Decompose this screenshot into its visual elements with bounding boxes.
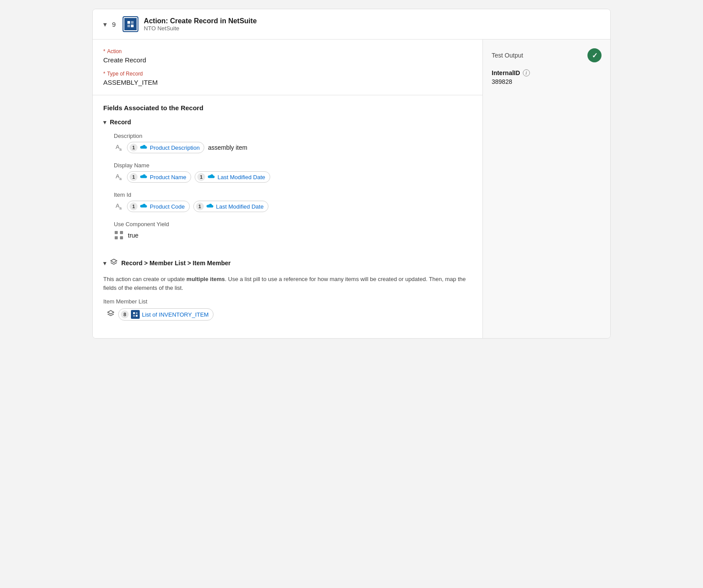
member-chevron-icon: ▾ (103, 260, 106, 267)
svg-rect-4 (131, 25, 134, 27)
member-collapse-button[interactable]: ▾ Record > Member List > Item Member (103, 258, 231, 268)
component-yield-field-row: Use Component Yield true (103, 221, 472, 241)
product-description-pill[interactable]: 1 Product Description (127, 142, 204, 153)
pill-number-4: 1 (130, 202, 138, 210)
collapse-button[interactable]: ▾ (103, 20, 107, 29)
member-group-label: Record > Member List > Item Member (121, 260, 231, 267)
last-modified-date-pill-1[interactable]: 1 Last Modified Date (195, 171, 270, 183)
bool-type-icon (114, 230, 124, 241)
action-label: Action (103, 48, 472, 54)
member-list-section: ▾ Record > Member List > Item Member Thi… (93, 258, 482, 338)
netsuite-logo-inner (124, 18, 137, 30)
product-name-pill[interactable]: 1 Product Name (127, 171, 191, 183)
pill-number-5: 1 (196, 202, 204, 210)
salesforce-cloud-icon-2 (139, 174, 148, 180)
pill-number-3: 1 (197, 173, 205, 181)
fields-section: Fields Associated to the Record ▾ Record… (93, 95, 482, 258)
component-yield-label: Use Component Yield (114, 221, 472, 227)
salesforce-cloud-icon (139, 144, 148, 151)
text-type-icon-2: Aa (114, 172, 123, 182)
internal-id-label: InternalID (492, 69, 520, 76)
record-chevron-icon: ▾ (103, 119, 106, 126)
description-field-row: Description Aa 1 (103, 133, 472, 153)
pill-number-2: 1 (130, 173, 138, 181)
record-collapse-button[interactable]: ▾ Record (103, 119, 131, 126)
item-id-content: Aa 1 Product Code (114, 201, 472, 212)
item-id-label: Item Id (114, 191, 472, 198)
last-modified-date-pill-1-text: Last Modified Date (217, 174, 265, 180)
bool-dot-3 (115, 236, 118, 239)
bool-dots-grid (115, 231, 123, 240)
description-plain-text: assembly item (208, 144, 247, 151)
bool-dot-1 (115, 231, 118, 234)
fields-title: Fields Associated to the Record (103, 104, 472, 112)
inventory-pill-text: List of INVENTORY_ITEM (142, 311, 209, 318)
pill-number: 1 (130, 144, 138, 152)
layers-icon (110, 258, 118, 268)
layers-icon-2 (107, 310, 115, 319)
main-content: Action Create Record Type of Record ASSE… (93, 40, 610, 338)
internal-id-field: InternalID i (492, 69, 602, 76)
description-content: Aa 1 Product Description (114, 142, 472, 153)
svg-rect-9 (136, 315, 138, 317)
chevron-down-icon: ▾ (103, 20, 107, 29)
info-text-bold: multiple items (186, 276, 225, 282)
component-yield-content: true (114, 230, 472, 241)
action-value: Create Record (103, 56, 472, 64)
svg-rect-6 (133, 312, 135, 314)
product-name-pill-text: Product Name (150, 174, 186, 180)
action-header: ▾ 9 Action: Create Record in NetSuite NT… (93, 9, 610, 40)
header-text: Action: Create Record in NetSuite NTO Ne… (144, 17, 257, 32)
component-yield-value: true (128, 232, 138, 239)
type-label: Type of Record (103, 71, 472, 77)
bool-dot-2 (120, 231, 123, 234)
step-number: 9 (112, 21, 116, 28)
svg-rect-2 (131, 21, 134, 24)
product-code-pill-text: Product Code (150, 203, 185, 210)
display-name-field-row: Display Name Aa 1 (103, 162, 472, 183)
text-type-icon-3: Aa (114, 202, 123, 211)
salesforce-cloud-icon-4 (139, 203, 148, 209)
svg-rect-3 (127, 25, 130, 27)
internal-id-value: 389828 (492, 78, 602, 85)
display-name-label: Display Name (114, 162, 472, 169)
left-panel: Action Create Record Type of Record ASSE… (93, 40, 483, 338)
svg-rect-7 (136, 312, 138, 314)
item-member-row: 8 List of INVENTORY_ITEM (103, 308, 472, 321)
test-output-label: Test Output (492, 52, 523, 59)
svg-rect-8 (133, 315, 135, 317)
svg-rect-1 (127, 21, 130, 24)
info-text-part1: This action can create or update (103, 276, 186, 282)
svg-rect-0 (126, 19, 135, 29)
salesforce-cloud-icon-3 (207, 174, 216, 180)
last-modified-date-pill-2[interactable]: 1 Last Modified Date (193, 201, 268, 212)
success-badge: ✓ (587, 48, 602, 62)
salesforce-cloud-icon-5 (206, 203, 214, 209)
item-id-field-row: Item Id Aa 1 (103, 191, 472, 212)
test-output-header: Test Output ✓ (492, 48, 602, 62)
record-group: ▾ Record Description Aa 1 (103, 119, 472, 241)
member-group: ▾ Record > Member List > Item Member Thi… (103, 258, 472, 321)
inventory-item-pill[interactable]: 8 List of INVENTORY_ITEM (118, 308, 214, 321)
product-code-pill[interactable]: 1 Product Code (127, 201, 190, 212)
inventory-pill-number: 8 (121, 310, 129, 318)
text-type-icon: Aa (114, 143, 123, 152)
netsuite-small-logo (131, 310, 140, 319)
record-group-label: Record (110, 119, 131, 126)
member-info-text: This action can create or update multipl… (103, 275, 472, 292)
header-title: Action: Create Record in NetSuite (144, 17, 257, 25)
netsuite-logo (123, 16, 138, 32)
last-modified-date-pill-2-text: Last Modified Date (216, 203, 264, 210)
header-subtitle: NTO NetSuite (144, 25, 257, 32)
bool-dot-4 (120, 236, 123, 239)
product-description-pill-text: Product Description (150, 144, 199, 151)
right-panel: Test Output ✓ InternalID i 389828 (483, 40, 610, 338)
description-label: Description (114, 133, 472, 139)
action-section: Action Create Record Type of Record ASSE… (93, 40, 482, 95)
check-icon: ✓ (592, 51, 598, 60)
item-member-list-label: Item Member List (103, 298, 472, 305)
info-circle-icon[interactable]: i (523, 69, 530, 76)
type-value: ASSEMBLY_ITEM (103, 79, 472, 86)
display-name-content: Aa 1 Product Name (114, 171, 472, 183)
